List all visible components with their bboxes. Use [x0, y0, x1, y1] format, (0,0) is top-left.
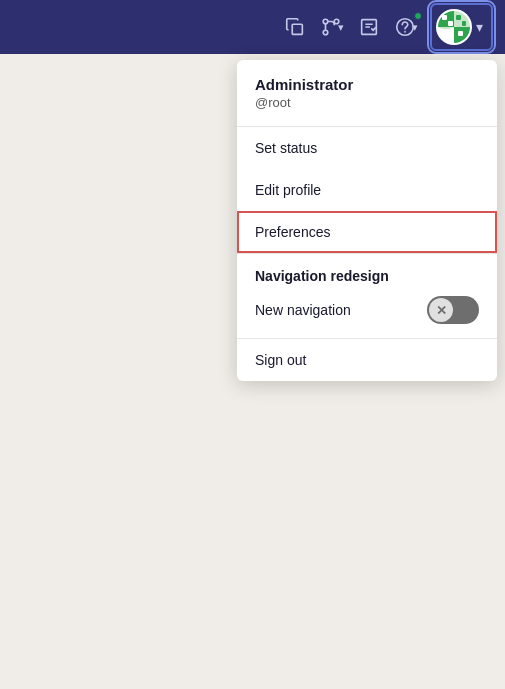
- sign-out-item[interactable]: Sign out: [237, 339, 497, 381]
- svg-rect-0: [292, 24, 302, 34]
- svg-rect-10: [462, 21, 466, 26]
- user-info-section: Administrator @root: [237, 60, 497, 127]
- new-navigation-row: New navigation ✕: [237, 288, 497, 338]
- svg-point-1: [323, 19, 328, 24]
- new-navigation-label: New navigation: [255, 302, 351, 318]
- avatar-button[interactable]: ▾: [430, 3, 493, 51]
- avatar-chevron-icon: ▾: [476, 19, 483, 35]
- user-display-name: Administrator: [255, 76, 479, 93]
- avatar: [436, 9, 472, 45]
- toggle-x-icon: ✕: [436, 304, 447, 317]
- help-chevron: ▾: [412, 21, 418, 34]
- nav-redesign-section: Navigation redesign New navigation ✕: [237, 254, 497, 339]
- navbar: ▾ ▾: [0, 0, 505, 54]
- merge-request-icon[interactable]: ▾: [314, 10, 350, 44]
- user-dropdown: Administrator @root Set status Edit prof…: [237, 60, 497, 381]
- svg-rect-11: [458, 31, 463, 36]
- todo-icon[interactable]: [352, 10, 386, 44]
- user-handle: @root: [255, 95, 479, 110]
- svg-rect-7: [442, 15, 447, 20]
- svg-rect-9: [456, 15, 461, 20]
- copy-icon[interactable]: [278, 10, 312, 44]
- edit-profile-item[interactable]: Edit profile: [237, 169, 497, 211]
- svg-point-2: [323, 30, 328, 35]
- merge-request-chevron: ▾: [338, 21, 344, 34]
- help-icon[interactable]: ▾: [388, 10, 424, 44]
- nav-redesign-header: Navigation redesign: [237, 254, 497, 288]
- set-status-item[interactable]: Set status: [237, 127, 497, 169]
- toggle-track: ✕: [427, 296, 479, 324]
- preferences-item[interactable]: Preferences: [237, 211, 497, 253]
- svg-rect-8: [448, 21, 453, 26]
- menu-items-section: Set status Edit profile Preferences: [237, 127, 497, 254]
- toggle-thumb: ✕: [429, 298, 453, 322]
- sign-out-section: Sign out: [237, 339, 497, 381]
- new-navigation-toggle[interactable]: ✕: [427, 296, 479, 324]
- notification-dot: [414, 12, 422, 20]
